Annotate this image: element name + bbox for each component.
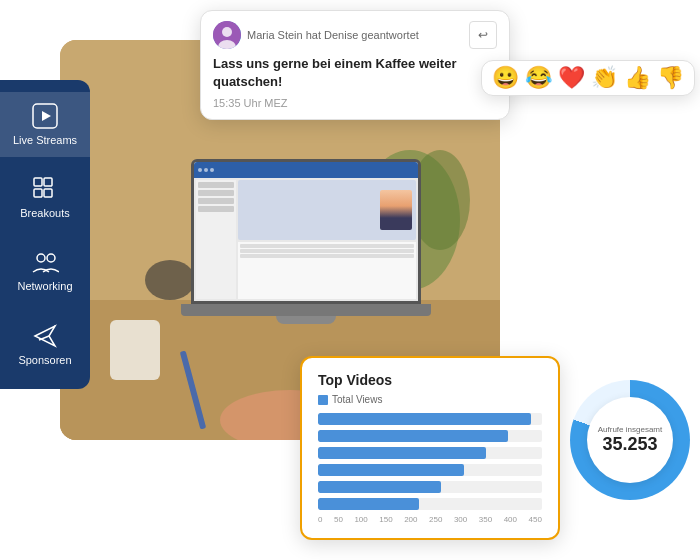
play-icon xyxy=(31,102,59,130)
axis-0: 0 xyxy=(318,515,322,524)
laptop-mockup xyxy=(176,159,436,339)
chat-message: Lass uns gerne bei einem Kaffee weiter q… xyxy=(213,55,497,91)
screen-main-panel xyxy=(238,180,416,299)
sidebar-item-breakouts[interactable]: Breakouts xyxy=(0,165,90,230)
axis-450: 450 xyxy=(529,515,542,524)
text-line-3 xyxy=(240,254,414,258)
bar-fill-5 xyxy=(318,481,441,493)
axis-200: 200 xyxy=(404,515,417,524)
svg-point-6 xyxy=(37,254,45,262)
screen-header xyxy=(194,162,418,178)
text-line-2 xyxy=(240,249,414,253)
emoji-smile[interactable]: 😀 xyxy=(492,67,519,89)
screen-dot-3 xyxy=(210,168,214,172)
chart-axis: 0 50 100 150 200 250 300 350 400 450 xyxy=(318,515,542,524)
chart-area: 0 50 100 150 200 250 300 350 400 450 xyxy=(318,413,542,524)
axis-350: 350 xyxy=(479,515,492,524)
svg-rect-4 xyxy=(34,189,42,197)
sidebar-item-sponsoren[interactable]: Sponsoren xyxy=(0,312,90,377)
bar-track-3 xyxy=(318,447,542,459)
sidebar-label-live-streams: Live Streams xyxy=(13,134,77,147)
bar-fill-1 xyxy=(318,413,531,425)
sidebar-item-networking[interactable]: Networking xyxy=(0,238,90,303)
emoji-bar: 😀 😂 ❤️ 👏 👍 👎 xyxy=(481,60,695,96)
emoji-clap[interactable]: 👏 xyxy=(591,67,618,89)
svg-rect-2 xyxy=(34,178,42,186)
svg-rect-5 xyxy=(44,189,52,197)
emoji-heart[interactable]: ❤️ xyxy=(558,67,585,89)
axis-50: 50 xyxy=(334,515,343,524)
legend-label: Total Views xyxy=(332,394,382,405)
mini-bar-4 xyxy=(198,206,234,212)
emoji-thumbsdown[interactable]: 👎 xyxy=(657,67,684,89)
bar-track-1 xyxy=(318,413,542,425)
screen-speaker-avatar xyxy=(380,190,412,230)
mini-bar-2 xyxy=(198,190,234,196)
laptop-base xyxy=(181,304,431,316)
stats-number: 35.253 xyxy=(602,434,657,455)
axis-250: 250 xyxy=(429,515,442,524)
chat-avatar xyxy=(213,21,241,49)
screen-text-area xyxy=(238,242,416,299)
bar-track-4 xyxy=(318,464,542,476)
svg-point-7 xyxy=(47,254,55,262)
bar-track-6 xyxy=(318,498,542,510)
chat-time: 15:35 Uhr MEZ xyxy=(213,97,497,109)
chat-header: Maria Stein hat Denise geantwortet ↩ xyxy=(213,21,497,49)
chart-legend: Total Views xyxy=(318,394,542,405)
screen-video xyxy=(238,180,416,240)
bar-fill-4 xyxy=(318,464,464,476)
stats-inner: Aufrufe insgesamt 35.253 xyxy=(587,397,673,483)
stats-circle: Aufrufe insgesamt 35.253 xyxy=(570,380,690,500)
bar-row-5 xyxy=(318,481,542,493)
laptop-stand xyxy=(276,316,336,324)
sidebar-item-live-streams[interactable]: Live Streams xyxy=(0,92,90,157)
plane-icon xyxy=(31,322,59,350)
mini-bar-3 xyxy=(198,198,234,204)
screen-content xyxy=(194,162,418,301)
svg-rect-12 xyxy=(110,320,160,380)
people-icon xyxy=(31,248,59,276)
axis-400: 400 xyxy=(504,515,517,524)
svg-marker-1 xyxy=(42,111,51,121)
bar-row-4 xyxy=(318,464,542,476)
laptop-screen xyxy=(191,159,421,304)
bar-row-1 xyxy=(318,413,542,425)
sidebar: Live Streams Breakouts Networking Sponso… xyxy=(0,80,90,389)
text-line-1 xyxy=(240,244,414,248)
emoji-thumbsup[interactable]: 👍 xyxy=(624,67,651,89)
emoji-laugh[interactable]: 😂 xyxy=(525,67,552,89)
top-videos-card: Top Videos Total Views 0 50 100 150 200 xyxy=(300,356,560,540)
axis-150: 150 xyxy=(379,515,392,524)
sidebar-label-sponsoren: Sponsoren xyxy=(18,354,71,367)
svg-rect-3 xyxy=(44,178,52,186)
axis-300: 300 xyxy=(454,515,467,524)
chat-meta: Maria Stein hat Denise geantwortet xyxy=(247,29,419,41)
screen-body xyxy=(194,178,418,301)
bar-row-2 xyxy=(318,430,542,442)
chat-bubble: Maria Stein hat Denise geantwortet ↩ Las… xyxy=(200,10,510,120)
bar-track-5 xyxy=(318,481,542,493)
top-videos-title: Top Videos xyxy=(318,372,542,388)
svg-point-17 xyxy=(222,27,232,37)
bar-row-6 xyxy=(318,498,542,510)
bar-row-3 xyxy=(318,447,542,459)
legend-dot xyxy=(318,395,328,405)
mini-bar-1 xyxy=(198,182,234,188)
screen-dot-2 xyxy=(204,168,208,172)
bar-fill-2 xyxy=(318,430,508,442)
avatar-image xyxy=(213,21,241,49)
screen-dot-1 xyxy=(198,168,202,172)
bar-track-2 xyxy=(318,430,542,442)
bar-fill-6 xyxy=(318,498,419,510)
reply-icon: ↩ xyxy=(478,28,488,42)
stats-ring: Aufrufe insgesamt 35.253 xyxy=(570,380,690,500)
sidebar-label-networking: Networking xyxy=(17,280,72,293)
chat-reply-button[interactable]: ↩ xyxy=(469,21,497,49)
screen-left-panel xyxy=(196,180,236,299)
axis-100: 100 xyxy=(354,515,367,524)
stats-label: Aufrufe insgesamt xyxy=(598,425,662,435)
sidebar-label-breakouts: Breakouts xyxy=(20,207,70,220)
bar-fill-3 xyxy=(318,447,486,459)
grid-icon xyxy=(31,175,59,203)
